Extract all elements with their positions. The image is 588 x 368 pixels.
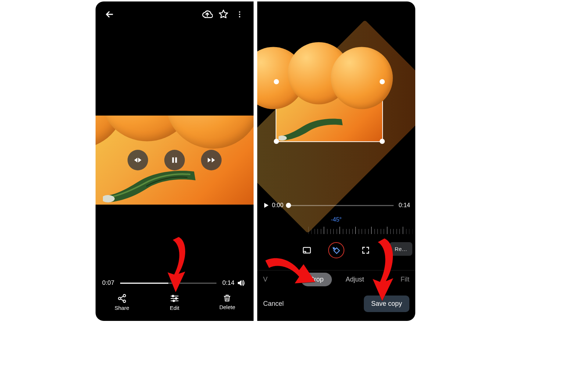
svg-point-1 [239, 14, 240, 15]
edit-button[interactable]: Edit [158, 294, 191, 311]
save-copy-button[interactable]: Save copy [364, 296, 409, 312]
svg-point-8 [123, 300, 126, 302]
editor-thumb[interactable] [286, 203, 291, 208]
time-total: 0:14 [222, 279, 234, 287]
overflow-menu-icon[interactable] [232, 6, 248, 22]
pumpkin-stem [103, 169, 198, 205]
playback-controls [128, 150, 222, 170]
progress-fill [120, 283, 168, 284]
tab-filters-partial[interactable]: Filt [398, 276, 412, 283]
tab-adjust[interactable]: Adjust [343, 276, 367, 283]
star-outline-icon[interactable] [215, 6, 232, 22]
aspect-ratio-icon[interactable] [299, 242, 315, 258]
delete-button[interactable]: Delete [211, 294, 244, 310]
forward-button[interactable] [201, 150, 222, 170]
crop-handle-bl[interactable] [274, 139, 279, 144]
crop-box[interactable] [276, 82, 382, 141]
share-button[interactable]: Share [105, 294, 139, 311]
video-frame[interactable] [96, 116, 254, 205]
editor-time-total: 0:14 [399, 202, 410, 209]
editor-time-current: 0:00 [272, 202, 283, 209]
editor-screen: 0:00 0:14 -45° Re… V Crop Adjust Filt [257, 1, 415, 321]
volume-icon[interactable] [234, 275, 247, 291]
pause-button[interactable] [164, 150, 185, 170]
svg-point-11 [173, 300, 175, 301]
svg-point-9 [172, 295, 173, 297]
tab-crop[interactable]: Crop [301, 273, 331, 286]
svg-point-10 [175, 298, 177, 299]
editor-footer: Cancel Save copy [257, 293, 415, 314]
tab-video-partial[interactable]: V [260, 276, 270, 283]
svg-point-7 [118, 297, 121, 300]
cancel-button[interactable]: Cancel [263, 300, 284, 308]
svg-point-2 [239, 16, 240, 18]
share-label: Share [115, 305, 129, 311]
progress-track[interactable] [120, 283, 216, 284]
expand-icon[interactable] [358, 242, 374, 258]
play-icon[interactable] [262, 202, 272, 209]
crop-handle-tl[interactable] [274, 79, 279, 84]
svg-point-0 [239, 11, 240, 13]
rewind-button[interactable] [128, 150, 148, 170]
svg-rect-4 [172, 158, 174, 163]
crop-handle-tr[interactable] [380, 79, 385, 84]
rotate-icon[interactable] [328, 242, 344, 258]
angle-label: -45° [257, 216, 415, 223]
progress-row: 0:07 0:14 [96, 276, 254, 290]
svg-rect-13 [303, 247, 311, 253]
viewer-topbar [96, 1, 254, 27]
editor-progress-row: 0:00 0:14 [257, 198, 415, 213]
crop-stem [279, 117, 345, 143]
cloud-upload-icon[interactable] [199, 6, 215, 22]
angle-ruler[interactable] [305, 225, 415, 234]
time-current: 0:07 [102, 279, 114, 287]
reset-chip[interactable]: Re… [390, 242, 412, 256]
mode-tabs: V Crop Adjust Filt [257, 270, 415, 289]
bottom-action-bar: Share Edit Delete [96, 294, 254, 318]
back-icon[interactable] [101, 6, 118, 22]
crop-handle-br[interactable] [380, 139, 385, 144]
delete-label: Delete [219, 304, 235, 310]
svg-point-6 [123, 294, 126, 297]
svg-rect-5 [175, 158, 177, 163]
editor-track[interactable] [288, 205, 394, 206]
edit-label: Edit [170, 305, 179, 311]
viewer-screen: 0:07 0:14 Share Edit Delete [96, 1, 254, 321]
